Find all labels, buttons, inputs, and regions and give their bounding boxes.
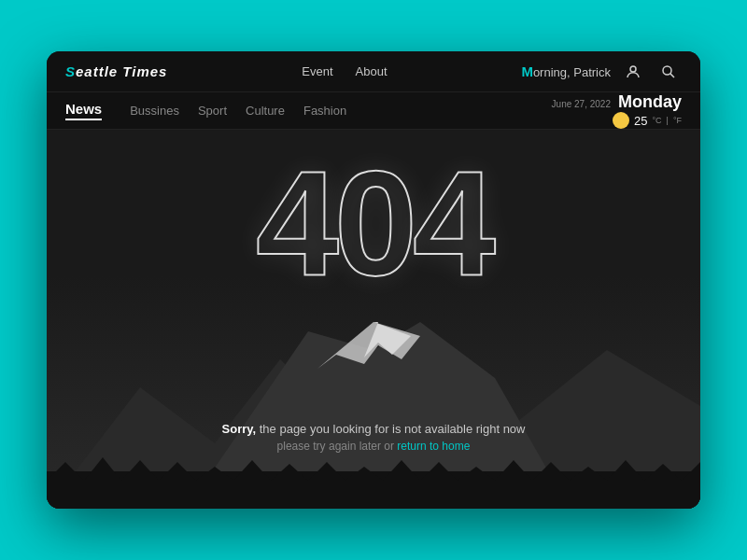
site-logo: Seattle Times [65, 63, 167, 79]
date-weather-widget: June 27, 2022 Monday 25 °C | °F [552, 92, 682, 129]
try-again-text: please try again later or [277, 440, 398, 453]
top-nav-right: Morning, Patrick [521, 59, 682, 85]
try-again-line: please try again later or return to home [47, 440, 700, 453]
greeting-m: M [521, 63, 533, 79]
temp-unit-f: °F [673, 116, 682, 125]
error-description: the page you looking for is not availabl… [256, 422, 525, 436]
svg-point-0 [630, 66, 636, 72]
temperature: 25 [634, 114, 647, 128]
return-home-link[interactable]: return to home [397, 440, 470, 453]
sorry-line: Sorry, the page you looking for is not a… [47, 422, 700, 436]
temp-unit-c: °C [652, 116, 661, 125]
nav-bussines[interactable]: Bussines [130, 104, 179, 118]
main-content: 404 Sorry, the page you looking for is n… [47, 130, 700, 509]
user-icon-button[interactable] [620, 59, 646, 85]
search-icon-button[interactable] [655, 59, 682, 85]
logo-s: S [65, 63, 76, 79]
sub-nav-left: News Bussines Sport Culture Fashion [65, 101, 346, 120]
weather-line: 25 °C | °F [613, 112, 682, 129]
date-day-row: June 27, 2022 Monday [552, 92, 682, 112]
logo-text: eattle Times [76, 63, 167, 79]
day-label: Monday [618, 92, 682, 112]
svg-point-1 [663, 66, 671, 75]
greeting-text: Morning, Patrick [521, 63, 611, 79]
sorry-label: Sorry, [222, 422, 257, 436]
sub-nav-links: Bussines Sport Culture Fashion [130, 104, 346, 118]
nav-culture[interactable]: Culture [246, 104, 285, 118]
browser-window: Seattle Times Event About Morning, Patri… [47, 51, 700, 509]
nav-sport[interactable]: Sport [198, 104, 227, 118]
sun-icon [613, 112, 629, 129]
news-link[interactable]: News [65, 101, 102, 120]
svg-line-2 [670, 73, 674, 77]
greeting-name: Patrick [573, 65, 611, 79]
greeting-suffix: orning, [533, 65, 573, 79]
nav-event[interactable]: Event [302, 64, 332, 78]
error-code: 404 [47, 148, 700, 298]
nav-about[interactable]: About [356, 64, 388, 78]
top-navbar: Seattle Times Event About Morning, Patri… [47, 51, 700, 92]
top-nav-links: Event About [302, 64, 387, 78]
date-label: June 27, 2022 [552, 99, 611, 109]
sub-navbar: News Bussines Sport Culture Fashion June… [47, 92, 700, 130]
nav-fashion[interactable]: Fashion [303, 104, 346, 118]
error-message-block: Sorry, the page you looking for is not a… [47, 422, 700, 453]
temp-separator: | [667, 116, 669, 125]
